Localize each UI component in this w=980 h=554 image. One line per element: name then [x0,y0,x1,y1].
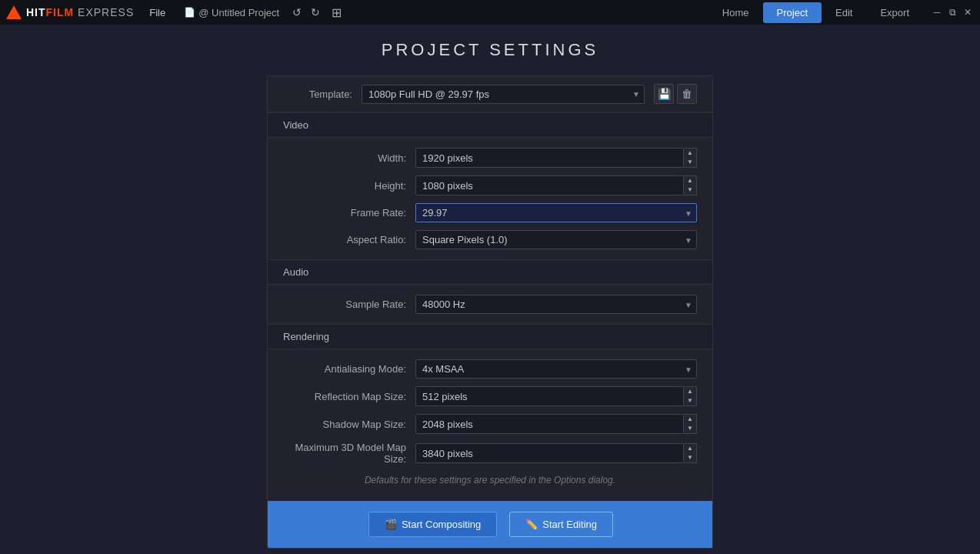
template-select[interactable]: 1080p Full HD @ 29.97 fps [362,85,645,104]
window-controls: ─ ⧉ ✕ [931,6,974,18]
file-icon: 📄 [184,7,195,18]
height-increment[interactable]: ▲ [684,176,696,185]
project-tab[interactable]: 📄 @ Untitled Project [178,4,285,22]
aspectratio-select-wrapper: Square Pixels (1.0) ▼ [415,230,697,249]
rendering-section-header: Rendering [268,324,712,349]
file-menu[interactable]: File [142,4,173,22]
framerate-row: Frame Rate: 29.97 ▼ [283,199,697,226]
nav-tabs: Home Project Edit Export [708,2,923,23]
antialiasing-select[interactable]: 4x MSAA [415,359,697,379]
reflection-label: Reflection Map Size: [283,391,406,402]
height-row: Height: ▲ ▼ [283,172,697,199]
shadow-decrement[interactable]: ▼ [684,424,696,433]
tab-home[interactable]: Home [708,2,763,23]
close-button[interactable]: ✕ [962,6,974,18]
logo-triangle-icon [6,5,22,19]
template-actions: 💾 🗑 [654,84,697,104]
app-logo: HITFILM EXPRESS [6,5,134,19]
model-row: Maximum 3D Model Map Size: ▲ ▼ [283,438,697,469]
height-input[interactable] [415,175,684,195]
width-label: Width: [283,152,406,164]
reflection-increment[interactable]: ▲ [684,387,696,396]
height-decrement[interactable]: ▼ [684,185,696,195]
framerate-label: Frame Rate: [283,207,406,219]
audio-section: Sample Rate: 48000 Hz ▼ [268,285,712,324]
model-decrement[interactable]: ▼ [684,453,696,462]
main-content: PROJECT SETTINGS Template: 1080p Full HD… [0,25,980,549]
titlebar-menu: File [142,4,173,22]
template-label: Template: [283,88,352,100]
template-row: Template: 1080p Full HD @ 29.97 fps ▼ 💾 … [268,76,712,112]
aspectratio-select[interactable]: Square Pixels (1.0) [415,230,697,249]
antialiasing-row: Antialiasing Mode: 4x MSAA ▼ [283,355,697,382]
compositing-label: Start Compositing [402,519,481,530]
width-spin-buttons: ▲ ▼ [684,148,697,168]
undo-button[interactable]: ↺ [288,5,305,20]
reflection-row: Reflection Map Size: ▲ ▼ [283,382,697,410]
template-select-wrapper: 1080p Full HD @ 29.97 fps ▼ [362,85,645,104]
footer-bar: 🎬 Start Compositing ✏️ Start Editing [268,501,713,548]
delete-template-button[interactable]: 🗑 [677,84,697,104]
save-template-button[interactable]: 💾 [654,84,674,104]
editing-label: Start Editing [542,519,597,530]
antialiasing-label: Antialiasing Mode: [283,363,406,375]
shadow-spin-buttons: ▲ ▼ [684,414,697,434]
undo-redo-group: ↺ ↻ [288,5,324,20]
samplerate-row: Sample Rate: 48000 Hz ▼ [283,291,697,318]
grid-view-button[interactable]: ⊞ [327,4,346,22]
shadow-increment[interactable]: ▲ [684,415,696,424]
logo-text: HITFILM EXPRESS [26,6,134,18]
samplerate-select[interactable]: 48000 Hz [415,295,697,314]
shadow-row: Shadow Map Size: ▲ ▼ [283,410,697,438]
width-row: Width: ▲ ▼ [283,144,697,172]
width-increment[interactable]: ▲ [684,149,696,158]
width-decrement[interactable]: ▼ [684,158,696,167]
start-editing-button[interactable]: ✏️ Start Editing [509,512,613,537]
shadow-label: Shadow Map Size: [283,419,406,430]
reflection-input[interactable] [415,386,684,406]
aspectratio-row: Aspect Ratio: Square Pixels (1.0) ▼ [283,226,697,253]
samplerate-label: Sample Rate: [283,299,406,310]
settings-panel: Template: 1080p Full HD @ 29.97 fps ▼ 💾 … [267,75,713,549]
width-input[interactable] [415,148,684,168]
framerate-select-wrapper: 29.97 ▼ [415,203,697,222]
shadow-input[interactable] [415,414,684,434]
logo-hitfilm: HIT [26,6,46,18]
height-spin-buttons: ▲ ▼ [684,175,697,195]
redo-button[interactable]: ↻ [307,5,324,20]
height-label: Height: [283,180,406,192]
titlebar: HITFILM EXPRESS File 📄 @ Untitled Projec… [0,0,980,25]
start-compositing-button[interactable]: 🎬 Start Compositing [368,512,497,537]
model-input[interactable] [415,443,684,463]
reflection-spinnable: ▲ ▼ [415,386,697,406]
editing-icon: ✏️ [525,519,538,530]
compositing-icon: 🎬 [385,519,397,530]
logo-film: FILM [46,6,75,18]
model-increment[interactable]: ▲ [684,444,696,453]
samplerate-select-wrapper: 48000 Hz ▼ [415,295,697,314]
model-spinnable: ▲ ▼ [415,443,697,463]
minimize-button[interactable]: ─ [931,6,943,18]
tab-export[interactable]: Export [866,2,923,23]
rendering-section: Antialiasing Mode: 4x MSAA ▼ Reflection … [268,349,712,501]
video-section-header: Video [268,112,712,138]
logo-express: EXPRESS [78,6,134,18]
height-spinnable: ▲ ▼ [415,175,697,195]
shadow-spinnable: ▲ ▼ [415,414,697,434]
framerate-select[interactable]: 29.97 [415,203,697,222]
rendering-note: Defaults for these settings are specifie… [283,469,697,495]
restore-button[interactable]: ⧉ [946,6,958,18]
tab-project[interactable]: Project [763,2,822,23]
model-spin-buttons: ▲ ▼ [684,443,697,463]
project-tab-label: @ Untitled Project [198,7,279,18]
aspectratio-label: Aspect Ratio: [283,234,406,245]
audio-section-header: Audio [268,259,712,285]
width-spinnable: ▲ ▼ [415,148,697,168]
model-label: Maximum 3D Model Map Size: [283,442,406,465]
antialiasing-select-wrapper: 4x MSAA ▼ [415,359,697,379]
page-title: PROJECT SETTINGS [382,40,598,60]
tab-edit[interactable]: Edit [822,2,866,23]
reflection-spin-buttons: ▲ ▼ [684,386,697,406]
reflection-decrement[interactable]: ▼ [684,396,696,405]
video-section: Width: ▲ ▼ Height: ▲ ▼ [268,138,712,259]
